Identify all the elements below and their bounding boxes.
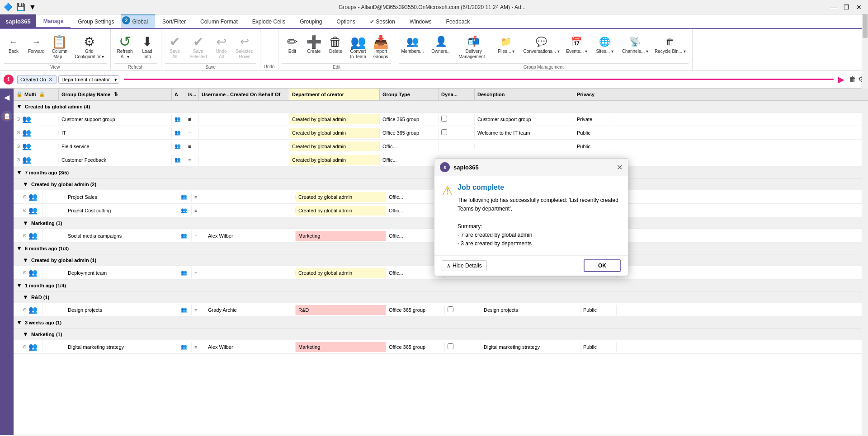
pink-arrow-line [124, 79, 834, 80]
filter-pill-created-on[interactable]: Created On ✕ [17, 75, 57, 84]
import-groups-button[interactable]: 📥 ImportGroups [371, 33, 391, 61]
forward-button[interactable]: → Forward [25, 33, 47, 56]
recycle-bin-button[interactable]: 🗑 Recycle Bin... ▾ [652, 33, 689, 56]
tab-options[interactable]: Options [330, 14, 363, 28]
group-header-rd-1[interactable]: ▼ R&D (1) [14, 291, 868, 303]
hide-details-button[interactable]: ∧ Hide Details [442, 260, 487, 271]
collapse-icon[interactable]: ▼ [23, 294, 28, 300]
filter-dropdown-dept[interactable]: Department of creator ▾ [58, 75, 119, 84]
files-button[interactable]: 📁 Files... ▾ [493, 33, 520, 56]
warning-icon: ⚠ [442, 183, 453, 198]
edit-button[interactable]: ✏ Edit [282, 33, 302, 56]
col-header-username[interactable]: Username - Created On Behalf Of [199, 89, 289, 100]
group-header-marketing-1b[interactable]: ▼ Marketing (1) [14, 328, 868, 340]
dialog-job-title: Job complete [458, 183, 621, 192]
table-row[interactable]: ⊙ 👥 Field service 👥 ≡ Created by global … [14, 140, 868, 153]
sites-button[interactable]: 🌐 Sites... ▾ [591, 33, 618, 56]
undo-all-button[interactable]: ↩ UndoAll [212, 33, 231, 61]
conversations-button[interactable]: 💬 Conversations... ▾ [521, 33, 562, 56]
create-button[interactable]: ➕ Create [304, 33, 324, 56]
col-header-dept[interactable]: Department of creator [289, 89, 380, 100]
col-header-name[interactable]: Group Display Name ⇅ [59, 89, 172, 100]
filter-trash-button[interactable]: 🗑 [849, 75, 856, 84]
collapse-icon[interactable]: ▼ [23, 331, 28, 338]
group-header-1-month-ago[interactable]: ▼ 1 month ago (1/4) [14, 280, 868, 291]
channels-button[interactable]: 📡 Channels... ▾ [619, 33, 651, 56]
group-header-created-by-global-admin-4[interactable]: ▼ Created by global admin (4) [14, 101, 868, 113]
delete-button[interactable]: 🗑 Delete [326, 33, 345, 56]
edit-group-label: Edit [282, 63, 391, 70]
tab-columnformat[interactable]: Column Format [193, 14, 245, 28]
tab-manage[interactable]: Manage [36, 14, 71, 28]
create-icon: ➕ [307, 34, 321, 49]
selected-rows-button[interactable]: ↩ SelectedRows [233, 33, 256, 61]
save-group-label: Save [165, 63, 256, 70]
refresh-group: ↺ RefreshAll ▾ ⬇ LoadInfo Refresh [111, 29, 161, 70]
owners-icon: 👤 [434, 34, 448, 49]
refresh-group-label: Refresh [114, 63, 157, 70]
col-header-desc[interactable]: Description [475, 89, 574, 100]
sidebar-icon-clipboard[interactable]: 📋 [1, 111, 12, 122]
tab-session[interactable]: ✔ Session [363, 14, 402, 28]
tab-grouping[interactable]: Grouping [292, 14, 329, 28]
group-header-3-weeks-ago[interactable]: ▼ 3 weeks ago (1) [14, 317, 868, 328]
table-row[interactable]: ⊙ 👥 Digital marketing strategy 👥 ≡ Alex … [14, 340, 868, 354]
collapse-icon[interactable]: ▼ [16, 169, 22, 176]
maximize-button[interactable]: ❐ [841, 3, 852, 12]
sites-icon: 🌐 [598, 34, 612, 49]
save-selected-button[interactable]: ✔ SaveSelected [187, 33, 210, 61]
table-row[interactable]: ⊙ 👥 Customer support group 👥 ≡ Created b… [14, 113, 868, 126]
tab-global[interactable]: 2Global [121, 14, 155, 28]
minimize-button[interactable]: — [828, 3, 839, 12]
recycle-bin-icon: 🗑 [663, 34, 677, 49]
events-icon: 📅 [570, 34, 584, 49]
collapse-icon[interactable]: ▼ [23, 257, 28, 263]
job-complete-dialog: s sapio365 ✕ ⚠ Job complete The followin… [434, 158, 628, 276]
collapse-icon[interactable]: ▼ [23, 181, 28, 188]
column-map-icon: 📋 [52, 34, 67, 49]
col-header-is: Is... [185, 89, 199, 100]
chevron-up-icon: ∧ [447, 263, 451, 269]
col-header-type[interactable]: Group Type [380, 89, 439, 100]
refresh-all-button[interactable]: ↺ RefreshAll ▾ [114, 33, 136, 61]
files-icon: 📁 [499, 34, 514, 49]
save-all-button[interactable]: ✔ SaveAll [165, 33, 185, 61]
tab-feedback[interactable]: Feedback [439, 14, 477, 28]
collapse-icon[interactable]: ▼ [16, 319, 22, 326]
members-button[interactable]: 👥 Members... [399, 33, 427, 56]
back-icon: ← [6, 34, 21, 49]
save-all-icon: ✔ [168, 34, 182, 49]
tab-explodecells[interactable]: Explode Cells [245, 14, 292, 28]
col-header-privacy[interactable]: Privacy [574, 89, 610, 100]
dialog-message: The following job has successfully compl… [458, 196, 621, 213]
column-map-button[interactable]: 📋 ColumnMap... [49, 33, 70, 61]
filter-pill-label: Created On [20, 77, 46, 82]
ok-button[interactable]: OK [584, 259, 621, 272]
vertical-scrollbar[interactable] [862, 0, 868, 436]
collapse-icon[interactable]: ▼ [16, 245, 22, 252]
back-button[interactable]: ← Back [4, 33, 24, 56]
col-header-dyna[interactable]: Dyna... [439, 89, 475, 100]
dialog-title-bar: s sapio365 ✕ [434, 159, 628, 176]
convert-to-team-button[interactable]: 👥 Convertto Team [347, 33, 368, 61]
import-groups-icon: 📥 [373, 34, 388, 49]
filter-pill-remove[interactable]: ✕ [48, 76, 53, 83]
tab-groupsettings[interactable]: Group Settings [71, 14, 121, 28]
refresh-all-icon: ↺ [118, 34, 132, 49]
collapse-icon[interactable]: ▼ [23, 220, 28, 226]
tab-sortfilter[interactable]: Sort/Filter [155, 14, 193, 28]
load-info-button[interactable]: ⬇ LoadInfo [137, 33, 157, 61]
collapse-icon[interactable]: ▼ [16, 103, 22, 110]
owners-button[interactable]: 👤 Owners... [428, 33, 455, 56]
table-row[interactable]: ⊙ 👥 Design projects 👥 ≡ Grady Archie R&D… [14, 303, 868, 317]
grid-header: 🔒 Multi... 🔒 Group Display Name ⇅ A Is..… [14, 89, 868, 101]
dialog-close-button[interactable]: ✕ [617, 163, 623, 172]
events-button[interactable]: 📅 Events... ▾ [563, 33, 590, 56]
close-button[interactable]: ✕ [854, 3, 864, 12]
table-row[interactable]: ⊙ 👥 IT 👥 ≡ Created by global admin Offic… [14, 126, 868, 140]
collapse-icon[interactable]: ▼ [16, 282, 22, 289]
tab-windows[interactable]: Windows [402, 14, 439, 28]
grid-configuration-button[interactable]: ⚙ GridConfiguration▾ [72, 33, 106, 61]
delivery-management-button[interactable]: 📬 DeliveryManagement... [456, 33, 492, 61]
sidebar-toggle-button[interactable]: ◀ [4, 93, 9, 102]
